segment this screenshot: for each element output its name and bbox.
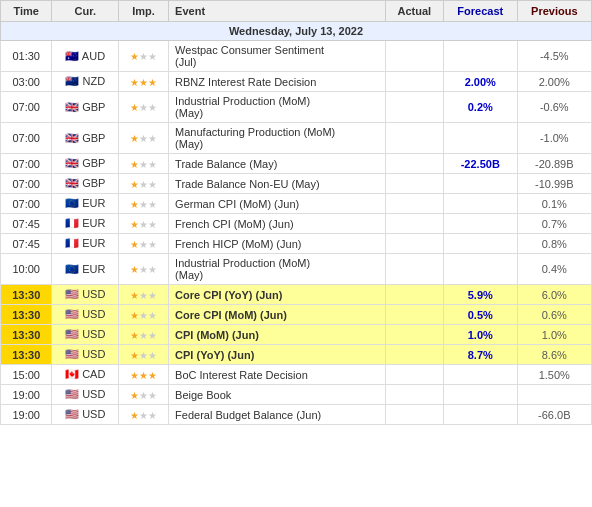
star-empty: ★ xyxy=(148,264,157,275)
star-empty: ★ xyxy=(148,410,157,421)
flag-icon: 🇺🇸 xyxy=(65,408,79,420)
event-time: 01:30 xyxy=(1,41,52,72)
event-actual xyxy=(385,174,443,194)
event-previous: 0.1% xyxy=(517,194,591,214)
star-filled: ★ xyxy=(130,310,139,321)
table-row: 15:00🇨🇦 CAD★★★BoC Interest Rate Decision… xyxy=(1,365,592,385)
star-filled: ★ xyxy=(130,370,139,381)
flag-icon: 🇪🇺 xyxy=(65,197,79,209)
star-empty: ★ xyxy=(139,264,148,275)
table-row: 10:00🇪🇺 EUR★★★Industrial Production (MoM… xyxy=(1,254,592,285)
event-importance: ★★★ xyxy=(119,72,169,92)
event-importance: ★★★ xyxy=(119,154,169,174)
star-empty: ★ xyxy=(148,102,157,113)
col-header-imp: Imp. xyxy=(119,1,169,22)
event-forecast: 1.0% xyxy=(443,325,517,345)
currency-code: USD xyxy=(82,288,105,300)
star-filled: ★ xyxy=(148,77,157,88)
table-row: 01:30🇦🇺 AUD★★★Westpac Consumer Sentiment… xyxy=(1,41,592,72)
event-title: Industrial Production (MoM) xyxy=(175,95,310,107)
star-filled: ★ xyxy=(130,102,139,113)
event-previous xyxy=(517,385,591,405)
event-actual xyxy=(385,254,443,285)
star-empty: ★ xyxy=(148,133,157,144)
event-forecast xyxy=(443,214,517,234)
flag-icon: 🇫🇷 xyxy=(65,217,79,229)
star-filled: ★ xyxy=(130,390,139,401)
event-subtitle: (May) xyxy=(175,107,203,119)
flag-icon: 🇬🇧 xyxy=(65,132,79,144)
event-currency: 🇦🇺 AUD xyxy=(52,41,119,72)
table-row: 07:00🇬🇧 GBP★★★Manufacturing Production (… xyxy=(1,123,592,154)
event-importance: ★★★ xyxy=(119,123,169,154)
event-previous: 0.7% xyxy=(517,214,591,234)
event-name: Beige Book xyxy=(169,385,386,405)
star-empty: ★ xyxy=(148,219,157,230)
event-forecast: 0.5% xyxy=(443,305,517,325)
event-currency: 🇬🇧 GBP xyxy=(52,92,119,123)
star-filled: ★ xyxy=(130,330,139,341)
event-title: Industrial Production (MoM) xyxy=(175,257,310,269)
event-time: 03:00 xyxy=(1,72,52,92)
event-time: 10:00 xyxy=(1,254,52,285)
star-empty: ★ xyxy=(139,239,148,250)
event-previous: 8.6% xyxy=(517,345,591,365)
event-currency: 🇺🇸 USD xyxy=(52,385,119,405)
event-name: Trade Balance (May) xyxy=(169,154,386,174)
currency-code: EUR xyxy=(82,237,105,249)
star-empty: ★ xyxy=(139,51,148,62)
currency-code: NZD xyxy=(82,75,105,87)
table-row: 07:00🇬🇧 GBP★★★Trade Balance (May)-22.50B… xyxy=(1,154,592,174)
currency-code: USD xyxy=(82,348,105,360)
event-name: Federal Budget Balance (Jun) xyxy=(169,405,386,425)
table-row: 07:00🇪🇺 EUR★★★German CPI (MoM) (Jun)0.1% xyxy=(1,194,592,214)
event-currency: 🇬🇧 GBP xyxy=(52,174,119,194)
event-name: French HICP (MoM) (Jun) xyxy=(169,234,386,254)
event-subtitle: (May) xyxy=(175,269,203,281)
currency-code: AUD xyxy=(82,50,105,62)
table-row: 13:30🇺🇸 USD★★★Core CPI (YoY) (Jun)5.9%6.… xyxy=(1,285,592,305)
event-previous: 0.8% xyxy=(517,234,591,254)
event-importance: ★★★ xyxy=(119,92,169,123)
star-filled: ★ xyxy=(139,370,148,381)
col-header-actual: Actual xyxy=(385,1,443,22)
event-name: CPI (MoM) (Jun) xyxy=(169,325,386,345)
event-currency: 🇺🇸 USD xyxy=(52,285,119,305)
table-row: 07:45🇫🇷 EUR★★★French CPI (MoM) (Jun)0.7% xyxy=(1,214,592,234)
event-forecast: 8.7% xyxy=(443,345,517,365)
star-filled: ★ xyxy=(130,159,139,170)
table-row: 13:30🇺🇸 USD★★★CPI (MoM) (Jun)1.0%1.0% xyxy=(1,325,592,345)
star-filled: ★ xyxy=(148,370,157,381)
event-name: Industrial Production (MoM)(May) xyxy=(169,92,386,123)
event-forecast xyxy=(443,405,517,425)
event-importance: ★★★ xyxy=(119,405,169,425)
table-row: 13:30🇺🇸 USD★★★Core CPI (MoM) (Jun)0.5%0.… xyxy=(1,305,592,325)
event-currency: 🇺🇸 USD xyxy=(52,405,119,425)
event-time: 13:30 xyxy=(1,345,52,365)
event-forecast xyxy=(443,174,517,194)
flag-icon: 🇺🇸 xyxy=(65,388,79,400)
event-time: 13:30 xyxy=(1,305,52,325)
star-filled: ★ xyxy=(139,77,148,88)
event-importance: ★★★ xyxy=(119,234,169,254)
event-actual xyxy=(385,345,443,365)
event-previous: -4.5% xyxy=(517,41,591,72)
currency-code: USD xyxy=(82,408,105,420)
event-name: Westpac Consumer Sentiment(Jul) xyxy=(169,41,386,72)
currency-code: EUR xyxy=(82,197,105,209)
star-empty: ★ xyxy=(148,350,157,361)
star-empty: ★ xyxy=(148,51,157,62)
star-empty: ★ xyxy=(148,390,157,401)
col-header-forecast: Forecast xyxy=(443,1,517,22)
star-empty: ★ xyxy=(139,350,148,361)
event-previous: -10.99B xyxy=(517,174,591,194)
event-actual xyxy=(385,285,443,305)
event-name: Manufacturing Production (MoM)(May) xyxy=(169,123,386,154)
event-forecast xyxy=(443,194,517,214)
event-time: 15:00 xyxy=(1,365,52,385)
event-forecast xyxy=(443,234,517,254)
event-importance: ★★★ xyxy=(119,194,169,214)
star-empty: ★ xyxy=(139,159,148,170)
event-name: Industrial Production (MoM)(May) xyxy=(169,254,386,285)
currency-code: GBP xyxy=(82,157,105,169)
